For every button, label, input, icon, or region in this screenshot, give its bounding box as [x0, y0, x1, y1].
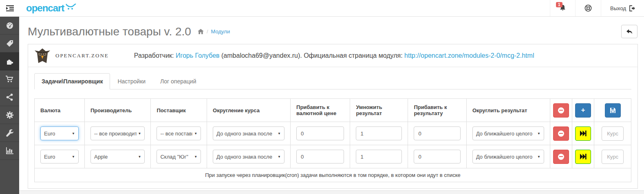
top-navbar: opencart 1 [0, 0, 644, 17]
sidebar-item-reports[interactable] [0, 142, 19, 160]
reports-chart-icon [6, 147, 13, 154]
tab-settings[interactable]: Настройки [110, 73, 153, 89]
page-footer-strip [19, 190, 644, 194]
page-header: Мультивалютные товары v. 2.0 / Модули [19, 17, 644, 44]
run-task-button[interactable] [575, 126, 591, 141]
developer-line: Разработчик: Игорь Голубев (ambalocha69@… [134, 52, 534, 59]
multiply-result-input[interactable] [356, 126, 402, 140]
col-header-multiply-result: Умножить результат [350, 99, 408, 122]
tab-tasks-scheduler[interactable]: Задачи\Планировщик [34, 73, 110, 89]
col-header-supplier: Поставщик [151, 99, 207, 122]
add-to-currency-price-input[interactable] [296, 126, 344, 140]
menu-toggle-icon [6, 5, 14, 11]
add-to-currency-price-input[interactable] [296, 150, 344, 163]
fast-forward-icon [580, 154, 587, 159]
course-button[interactable]: Курс [602, 150, 624, 164]
dashboard-icon [6, 22, 13, 29]
cron-note: При запуске через планировщик(cron) зада… [35, 168, 631, 182]
menu-toggle-button[interactable] [0, 0, 20, 16]
life-ring-icon [584, 4, 592, 12]
home-icon[interactable] [198, 29, 204, 34]
sidebar-item-sales[interactable] [0, 70, 19, 88]
currency-select[interactable]: Euro▼ [40, 150, 79, 163]
main-content: Мультивалютные товары v. 2.0 / Модули [19, 17, 644, 190]
chevron-down-icon: ▼ [194, 155, 197, 159]
chevron-down-icon: ▼ [278, 155, 281, 159]
multiply-result-input[interactable] [356, 150, 402, 163]
chevron-down-icon: ▼ [72, 155, 75, 159]
official-page-link[interactable]: http://opencart.zone/modules-2-0/mcg-2.h… [404, 52, 534, 59]
tools-wrench-icon [6, 129, 13, 137]
chevron-down-icon: ▼ [194, 132, 197, 135]
notification-badge: 1 [556, 2, 562, 7]
round-result-select[interactable]: До ближайшего целого▼ [472, 126, 544, 140]
manufacturer-select[interactable]: -- все производители▼ [90, 126, 145, 140]
extensions-puzzle-icon [6, 58, 13, 65]
chevron-down-icon: ▼ [72, 132, 75, 135]
system-gear-icon [6, 111, 13, 119]
sidebar [0, 17, 19, 194]
breadcrumb: / Модули [198, 28, 230, 35]
notifications-button[interactable]: 1 [550, 0, 575, 16]
panel-body: Задачи\Планировщик Настройки Лог операци… [28, 67, 637, 188]
chevron-down-icon: ▼ [537, 155, 540, 159]
tasks-table: Валюта Производитель Поставщик Округлени… [34, 98, 631, 182]
sidebar-item-extensions[interactable] [0, 52, 19, 70]
opencart-logo[interactable]: opencart [26, 3, 76, 13]
help-button[interactable] [575, 0, 601, 16]
course-button[interactable]: Курс [602, 126, 624, 141]
back-button[interactable] [621, 25, 637, 38]
opencart-cart-icon [66, 4, 76, 10]
col-header-save [594, 99, 631, 122]
rate-rounding-select[interactable]: До одного знака после▼ [213, 126, 285, 140]
tab-operations-log[interactable]: Лог операций [153, 73, 203, 89]
remove-row-button[interactable] [553, 126, 569, 141]
add-to-result-input[interactable] [414, 150, 460, 163]
add-to-result-input[interactable] [414, 126, 460, 140]
col-header-remove [550, 99, 572, 122]
logout-label: Выход [610, 5, 626, 11]
tab-bar: Задачи\Планировщик Настройки Лог операци… [34, 73, 631, 89]
opencart-logo-text: opencart [26, 3, 64, 13]
run-task-button[interactable] [575, 150, 591, 164]
panel-heading: OPENCART.ZONE Разработчик: Игорь Голубев… [28, 44, 637, 67]
rate-rounding-select[interactable]: До одного знака после▼ [213, 150, 285, 163]
sidebar-item-system[interactable] [0, 106, 19, 124]
developer-name-link[interactable]: Игорь Голубев [176, 52, 220, 59]
col-header-round-result: Округлить результат [466, 99, 550, 122]
sidebar-item-catalog[interactable] [0, 35, 19, 52]
col-header-manufacturer: Производитель [84, 99, 151, 122]
manufacturer-select[interactable]: Apple▼ [90, 150, 145, 163]
catalog-tag-icon [6, 40, 13, 47]
breadcrumb-link-modules[interactable]: Модули [211, 28, 230, 35]
supplier-select[interactable]: Склад "Юг"▼ [157, 150, 201, 163]
logout-button[interactable]: Выход [601, 0, 644, 16]
sidebar-item-tools[interactable] [0, 124, 19, 142]
page-title: Мультивалютные товары v. 2.0 [28, 25, 191, 38]
currency-select[interactable]: Euro▼ [40, 126, 79, 140]
chevron-down-icon: ▼ [138, 132, 141, 135]
remove-all-button[interactable] [553, 103, 569, 118]
chevron-down-icon: ▼ [278, 132, 281, 135]
col-header-currency: Валюта [35, 99, 85, 122]
developer-prefix: Разработчик: [134, 52, 176, 59]
save-button[interactable] [605, 103, 621, 118]
minus-circle-icon [558, 154, 564, 160]
logout-icon [629, 5, 635, 11]
remove-row-button[interactable] [553, 150, 569, 164]
round-result-select[interactable]: До ближайшего целого▼ [472, 150, 544, 163]
table-header-row: Валюта Производитель Поставщик Округлени… [35, 99, 631, 122]
developer-email: (ambalocha69@yandex.ru). [220, 52, 304, 59]
supplier-select[interactable]: -- все поставщики▼ [157, 126, 201, 140]
marketing-share-icon [6, 94, 13, 101]
task-row: Euro▼ -- все производители▼ -- все поста… [35, 122, 631, 145]
sidebar-item-marketing[interactable] [0, 88, 19, 106]
sidebar-item-dashboard[interactable] [0, 17, 19, 35]
minus-circle-icon [558, 107, 564, 113]
chevron-down-icon: ▼ [537, 132, 540, 135]
add-row-button[interactable]: + [575, 103, 591, 118]
task-row: Euro▼ Apple▼ Склад "Юг"▼ До одного знака… [35, 145, 631, 168]
col-header-add: + [572, 99, 594, 122]
navbar-right: 1 Выход [550, 0, 644, 16]
opencart-zone-brand: OPENCART.ZONE [55, 52, 109, 59]
